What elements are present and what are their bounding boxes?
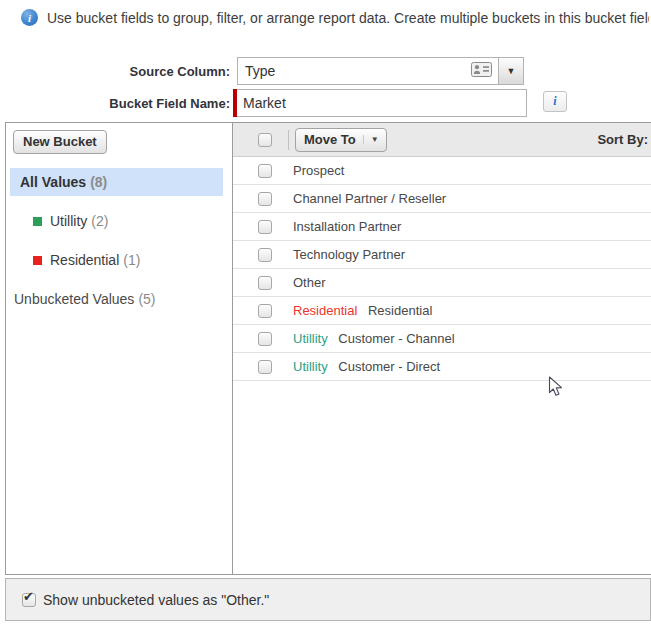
row-text: Technology Partner	[293, 247, 405, 262]
bucket-item-label: Residential	[50, 252, 119, 268]
value-row: ✔ Utillity Customer - Direct	[233, 353, 651, 381]
value-row: ✔ Utillity Customer - Channel	[233, 325, 651, 353]
row-text: Channel Partner / Reseller	[293, 191, 446, 206]
bucket-field-name-input[interactable]	[237, 89, 527, 117]
bucket-field-name-label: Bucket Field Name:	[0, 96, 230, 111]
value-row: ✔ Technology Partner	[233, 241, 651, 269]
chevron-down-icon: ▼	[363, 135, 379, 144]
source-column-value: Type	[245, 63, 471, 79]
bucket-list-item[interactable]: Residential (1)	[6, 246, 232, 274]
row-checkbox[interactable]: ✔	[258, 248, 272, 262]
row-text: Utillity Customer - Direct	[293, 359, 440, 374]
row-value-label: Other	[293, 275, 326, 290]
row-bucket-tag: Residential	[293, 303, 357, 318]
row-checkbox[interactable]: ✔	[258, 276, 272, 290]
value-row: ✔ Channel Partner / Reseller	[233, 185, 651, 213]
row-checkbox[interactable]: ✔	[258, 304, 272, 318]
row-text: Installation Partner	[293, 219, 401, 234]
mouse-cursor	[548, 376, 564, 402]
buckets-sidebar-header: New Bucket	[6, 123, 232, 157]
footer-bar: ✔ Show unbucketed values as "Other."	[5, 578, 651, 621]
row-value-label: Customer - Direct	[338, 359, 440, 374]
row-text: Other	[293, 275, 326, 290]
info-icon: i	[21, 9, 38, 26]
bucket-list: All Values (8) Utillity (2) Residential …	[6, 168, 232, 313]
bucket-color-swatch	[33, 217, 42, 226]
bucket-item-label: Unbucketed Values	[14, 291, 134, 307]
bucket-editor-panels: New Bucket All Values (8) Utillity (2) R…	[5, 122, 651, 575]
value-row: ✔ Prospect	[233, 157, 651, 185]
row-value-label: Channel Partner / Reseller	[293, 191, 446, 206]
buckets-sidebar: New Bucket All Values (8) Utillity (2) R…	[6, 123, 233, 574]
info-banner-text: Use bucket fields to group, filter, or a…	[47, 10, 649, 26]
row-checkbox[interactable]: ✔	[258, 192, 272, 206]
source-column-dropdown-button[interactable]: ▼	[498, 57, 524, 85]
row-bucket-tag: Utillity	[293, 359, 328, 374]
row-text: Utillity Customer - Channel	[293, 331, 455, 346]
bucket-item-count: (2)	[91, 213, 108, 229]
row-value-label: Customer - Channel	[338, 331, 454, 346]
chevron-down-icon: ▼	[507, 66, 516, 76]
bucket-list-item[interactable]: Unbucketed Values (5)	[6, 285, 232, 313]
show-unbucketed-checkbox[interactable]: ✔	[22, 593, 36, 607]
values-panel: ✔ Move To ▼ Sort By: ✔ Prospect ✔ Channe…	[233, 123, 651, 574]
show-unbucketed-label: Show unbucketed values as "Other."	[43, 592, 269, 608]
source-column-label: Source Column:	[0, 64, 230, 79]
select-all-checkbox[interactable]: ✔	[258, 133, 272, 147]
row-text: Residential Residential	[293, 303, 432, 318]
contact-card-icon	[471, 62, 492, 80]
row-checkbox[interactable]: ✔	[258, 164, 272, 178]
row-text: Prospect	[293, 163, 344, 178]
values-list: ✔ Prospect ✔ Channel Partner / Reseller …	[233, 157, 651, 381]
row-checkbox[interactable]: ✔	[258, 220, 272, 234]
info-banner: i Use bucket fields to group, filter, or…	[21, 9, 649, 26]
value-row: ✔ Other	[233, 269, 651, 297]
new-bucket-button[interactable]: New Bucket	[13, 130, 107, 154]
bucket-item-label: All Values	[20, 174, 86, 190]
bucket-item-label: Utillity	[50, 213, 87, 229]
row-bucket-tag: Utillity	[293, 331, 328, 346]
toolbar-divider	[288, 130, 289, 150]
bucket-list-item[interactable]: All Values (8)	[10, 168, 223, 196]
row-checkbox[interactable]: ✔	[258, 360, 272, 374]
move-to-label: Move To	[304, 132, 356, 147]
value-row: ✔ Residential Residential	[233, 297, 651, 325]
bucket-item-count: (5)	[138, 291, 155, 307]
row-value-label: Residential	[368, 303, 432, 318]
row-value-label: Prospect	[293, 163, 344, 178]
bucket-item-count: (1)	[123, 252, 140, 268]
field-info-button[interactable]: i	[543, 91, 567, 112]
value-row: ✔ Installation Partner	[233, 213, 651, 241]
row-checkbox[interactable]: ✔	[258, 332, 272, 346]
row-value-label: Technology Partner	[293, 247, 405, 262]
sort-by-label: Sort By:	[597, 132, 651, 147]
row-value-label: Installation Partner	[293, 219, 401, 234]
bucket-list-item[interactable]: Utillity (2)	[6, 207, 232, 235]
move-to-button[interactable]: Move To ▼	[295, 128, 387, 152]
values-toolbar: ✔ Move To ▼ Sort By:	[233, 123, 651, 157]
source-column-field[interactable]: Type	[237, 57, 499, 85]
bucket-color-swatch	[33, 256, 42, 265]
bucket-item-count: (8)	[90, 174, 107, 190]
